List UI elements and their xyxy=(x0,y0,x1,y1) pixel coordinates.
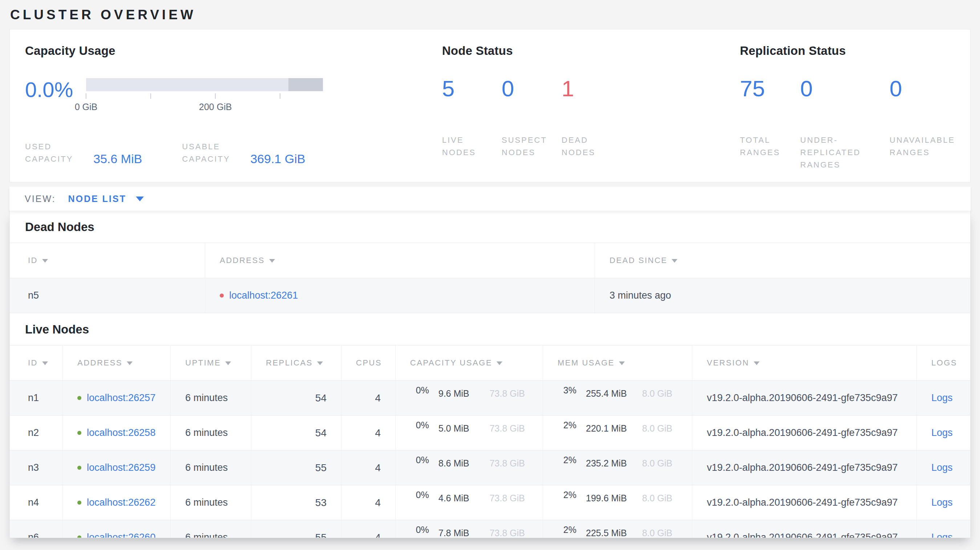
sort-desc-icon xyxy=(225,361,231,365)
node-address-link[interactable]: localhost:26258 xyxy=(87,427,156,439)
mem-usage-cell: 2% 199.6 MiB8.0 GiB xyxy=(542,485,692,520)
red-dot-icon xyxy=(220,294,224,297)
under-replicated-ranges-count: 0 xyxy=(800,75,889,102)
dead-nodes-stat: 1 DEAD NODES xyxy=(562,75,740,159)
node-id: n3 xyxy=(10,450,62,485)
logs-link[interactable]: Logs xyxy=(931,427,953,439)
mem-usage-cell: 2% 220.1 MiB8.0 GiB xyxy=(542,416,692,450)
column-header-mem-usage[interactable]: MEM USAGE xyxy=(542,345,692,380)
dead-since-value: 3 minutes ago xyxy=(595,278,970,313)
axis-tick xyxy=(280,93,280,102)
usable-capacity-label: USABLE CAPACITY xyxy=(182,141,240,165)
uptime-value: 6 minutes xyxy=(170,416,251,450)
sort-desc-icon xyxy=(42,361,48,365)
live-nodes-table: ID ADDRESS UPTIME REPLICAS CPUS CAPACITY… xyxy=(10,345,970,538)
total-ranges-label: TOTAL RANGES xyxy=(740,134,800,159)
under-replicated-ranges-stat: 0 UNDER-REPLICATED RANGES xyxy=(800,75,889,171)
cpus-value: 4 xyxy=(341,416,395,450)
usable-capacity-stat: USABLE CAPACITY 369.1 GiB xyxy=(182,141,305,165)
dead-nodes-label: DEAD NODES xyxy=(562,134,620,159)
cpus-value: 4 xyxy=(341,485,395,520)
green-dot-icon xyxy=(77,536,81,538)
version-value: v19.2.0-alpha.20190606-2491-gfe735c9a97 xyxy=(692,485,916,520)
unavailable-ranges-label: UNAVAILABLE RANGES xyxy=(889,134,970,159)
logs-link[interactable]: Logs xyxy=(931,392,953,404)
sort-desc-icon xyxy=(619,361,625,365)
logs-link[interactable]: Logs xyxy=(931,497,953,508)
node-address-link[interactable]: localhost:26262 xyxy=(87,497,156,508)
column-header-logs: LOGS xyxy=(916,345,970,380)
replicas-value: 54 xyxy=(251,416,341,450)
column-header-replicas[interactable]: REPLICAS xyxy=(251,345,341,380)
mem-usage-cell: 2% 235.2 MiB8.0 GiB xyxy=(542,450,692,485)
capacity-gauge: 0.0% 0 GiB 200 GiB xyxy=(25,78,442,118)
view-mode-selected: NODE LIST xyxy=(68,194,126,204)
column-header-capacity-usage[interactable]: CAPACITY USAGE xyxy=(395,345,542,380)
live-nodes-count: 5 xyxy=(442,75,502,102)
view-mode-dropdown[interactable]: NODE LIST xyxy=(68,194,143,204)
column-header-address[interactable]: ADDRESS xyxy=(62,345,170,380)
version-value: v19.2.0-alpha.20190606-2491-gfe735c9a97 xyxy=(692,381,916,415)
uptime-value: 6 minutes xyxy=(170,485,251,520)
column-header-address[interactable]: ADDRESS xyxy=(205,243,595,278)
node-status-section: Node Status 5 LIVE NODES 0 SUSPECT NODES… xyxy=(442,44,740,182)
live-nodes-stat: 5 LIVE NODES xyxy=(442,75,502,159)
view-label: VIEW: xyxy=(25,194,56,204)
node-address-cell: localhost:26257 xyxy=(62,381,170,415)
dead-nodes-heading: Dead Nodes xyxy=(10,211,970,243)
uptime-value: 6 minutes xyxy=(170,520,251,538)
node-address-link[interactable]: localhost:26257 xyxy=(87,392,156,404)
column-header-id[interactable]: ID xyxy=(10,345,62,380)
cpus-value: 4 xyxy=(341,520,395,538)
suspect-nodes-stat: 0 SUSPECT NODES xyxy=(502,75,562,159)
column-header-uptime[interactable]: UPTIME xyxy=(170,345,251,380)
column-header-id[interactable]: ID xyxy=(10,243,205,278)
replication-status-heading: Replication Status xyxy=(740,44,970,58)
unavailable-ranges-count: 0 xyxy=(889,75,970,102)
table-row: n2 localhost:26258 6 minutes 54 4 0% 5.0… xyxy=(10,416,970,450)
column-header-version[interactable]: VERSION xyxy=(692,345,916,380)
used-capacity-stat: USED CAPACITY 35.6 MiB xyxy=(25,141,142,165)
node-id: n4 xyxy=(10,485,62,520)
replicas-value: 54 xyxy=(251,381,341,415)
capacity-gauge-bar xyxy=(86,78,323,91)
capacity-usage-section: Capacity Usage 0.0% 0 GiB 200 GiB USED C… xyxy=(25,44,442,182)
sort-desc-icon xyxy=(42,259,48,263)
node-address-cell: localhost:26261 xyxy=(205,278,595,313)
logs-link[interactable]: Logs xyxy=(931,462,953,473)
capacity-gauge-reserved-segment xyxy=(288,78,323,91)
sort-desc-icon xyxy=(496,361,502,365)
node-id: n5 xyxy=(10,278,205,313)
total-ranges-count: 75 xyxy=(740,75,800,102)
unavailable-ranges-stat: 0 UNAVAILABLE RANGES xyxy=(889,75,970,171)
green-dot-icon xyxy=(77,396,81,400)
capacity-usage-cell: 0% 4.6 MiB73.8 GiB xyxy=(395,485,542,520)
node-address-link[interactable]: localhost:26261 xyxy=(229,290,298,301)
table-row: n6 localhost:26260 6 minutes 55 4 0% 7.8… xyxy=(10,520,970,538)
logs-link[interactable]: Logs xyxy=(931,532,953,538)
axis-tick: 0 GiB xyxy=(75,93,98,112)
sort-desc-icon xyxy=(127,361,132,365)
capacity-usage-cell: 0% 8.6 MiB73.8 GiB xyxy=(395,450,542,485)
used-capacity-value: 35.6 MiB xyxy=(93,153,142,166)
column-header-dead-since[interactable]: DEAD SINCE xyxy=(595,243,970,278)
sort-desc-icon xyxy=(754,361,759,365)
green-dot-icon xyxy=(77,466,81,470)
dead-nodes-table: ID ADDRESS DEAD SINCE n5 localhost:26261… xyxy=(10,243,970,313)
suspect-nodes-count: 0 xyxy=(502,75,562,102)
page-title: CLUSTER OVERVIEW xyxy=(0,0,980,29)
capacity-usage-cell: 0% 5.0 MiB73.8 GiB xyxy=(395,416,542,450)
node-address-link[interactable]: localhost:26260 xyxy=(87,532,156,538)
node-address-cell: localhost:26260 xyxy=(62,520,170,538)
total-ranges-stat: 75 TOTAL RANGES xyxy=(740,75,800,171)
under-replicated-ranges-label: UNDER-REPLICATED RANGES xyxy=(800,134,885,171)
caret-down-icon xyxy=(136,197,144,201)
node-address-cell: localhost:26262 xyxy=(62,485,170,520)
usable-capacity-value: 369.1 GiB xyxy=(250,153,305,166)
node-status-heading: Node Status xyxy=(442,44,740,58)
node-address-link[interactable]: localhost:26259 xyxy=(87,462,156,473)
node-id: n2 xyxy=(10,416,62,450)
axis-tick xyxy=(150,93,151,102)
suspect-nodes-label: SUSPECT NODES xyxy=(502,134,560,159)
cluster-summary-card: Capacity Usage 0.0% 0 GiB 200 GiB USED C… xyxy=(10,29,970,182)
